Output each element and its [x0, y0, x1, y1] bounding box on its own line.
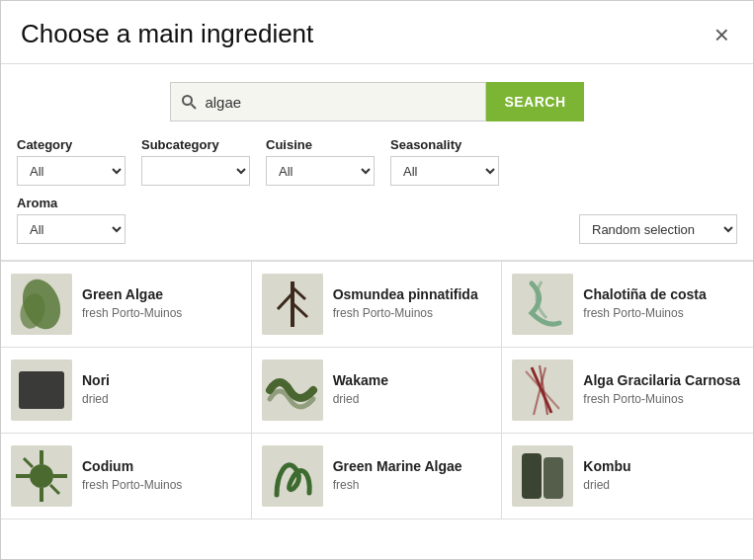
item-meta: fresh Porto-Muinos — [583, 391, 740, 408]
svg-rect-29 — [522, 453, 542, 499]
subcategory-label: Subcategory — [141, 137, 250, 152]
item-meta: dried — [583, 477, 630, 494]
search-input[interactable] — [205, 94, 475, 111]
svg-rect-10 — [512, 274, 573, 335]
close-button[interactable]: × — [711, 22, 733, 47]
item-thumbnail — [11, 445, 72, 507]
list-item[interactable]: Kombudried — [502, 434, 753, 520]
category-filter: Category All — [17, 137, 126, 186]
cuisine-label: Cuisine — [266, 137, 375, 152]
ingredients-grid: Green Algaefresh Porto-Muinos Osmundea p… — [1, 261, 753, 520]
cuisine-select[interactable]: All — [266, 156, 375, 186]
search-icon — [181, 94, 197, 110]
list-item[interactable]: Green Marine Algaefresh — [252, 434, 503, 520]
item-meta: fresh Porto-Muinos — [82, 477, 182, 494]
category-select[interactable]: All — [17, 156, 126, 186]
aroma-filter: Aroma All — [17, 196, 126, 244]
item-thumbnail — [11, 274, 72, 335]
item-name: Codium — [82, 458, 182, 475]
item-thumbnail — [262, 274, 323, 335]
svg-point-20 — [30, 464, 53, 488]
list-item[interactable]: Wakamedried — [252, 348, 503, 434]
item-thumbnail — [11, 360, 72, 421]
item-info: Osmundea pinnatifidafresh Porto-Muinos — [333, 286, 478, 322]
filter-row-2: Aroma All Random selection — [17, 196, 737, 244]
list-item[interactable]: Chalotiña de costafresh Porto-Muinos — [502, 262, 753, 348]
search-wrapper — [170, 82, 486, 121]
item-name: Green Algae — [82, 286, 182, 303]
seasonality-label: Seasonality — [390, 137, 499, 152]
item-info: Codiumfresh Porto-Muinos — [82, 458, 182, 494]
item-info: Noridried — [82, 372, 110, 408]
list-item[interactable]: Alga Gracilaria Carnosafresh Porto-Muino… — [502, 348, 753, 434]
item-name: Green Marine Algae — [333, 458, 462, 475]
dialog: Choose a main ingredient × SEARCH Catego… — [0, 0, 754, 560]
random-selection-wrapper: Random selection — [579, 214, 737, 244]
item-meta: dried — [333, 391, 388, 408]
item-info: Wakamedried — [333, 372, 388, 408]
item-info: Alga Gracilaria Carnosafresh Porto-Muino… — [583, 372, 740, 408]
item-meta: fresh Porto-Muinos — [82, 305, 182, 322]
search-area: SEARCH — [1, 64, 753, 137]
category-label: Category — [17, 137, 126, 152]
list-item[interactable]: Osmundea pinnatifidafresh Porto-Muinos — [252, 262, 503, 348]
item-info: Kombudried — [583, 458, 630, 494]
filters-panel: Category All Subcategory Cuisine All Sea… — [1, 137, 753, 261]
list-item[interactable]: Noridried — [1, 348, 252, 434]
item-name: Chalotiña de costa — [583, 286, 706, 303]
list-item[interactable]: Codiumfresh Porto-Muinos — [1, 434, 252, 520]
subcategory-select[interactable] — [141, 156, 250, 186]
item-name: Kombu — [583, 458, 630, 475]
item-thumbnail — [262, 445, 323, 507]
seasonality-filter: Seasonality All — [390, 137, 499, 186]
item-info: Green Marine Algaefresh — [333, 458, 462, 494]
item-meta: fresh Porto-Muinos — [583, 305, 706, 322]
list-item[interactable]: Green Algaefresh Porto-Muinos — [1, 262, 252, 348]
dialog-header: Choose a main ingredient × — [1, 1, 753, 64]
item-name: Osmundea pinnatifida — [333, 286, 478, 303]
item-name: Wakame — [333, 372, 388, 389]
item-thumbnail — [262, 360, 323, 421]
dialog-title: Choose a main ingredient — [21, 19, 313, 49]
random-selection-select[interactable]: Random selection — [579, 214, 737, 244]
filter-row-1: Category All Subcategory Cuisine All Sea… — [17, 137, 737, 186]
svg-rect-12 — [19, 371, 64, 409]
item-meta: fresh Porto-Muinos — [333, 305, 478, 322]
svg-rect-30 — [544, 457, 563, 499]
cuisine-filter: Cuisine All — [266, 137, 375, 186]
svg-point-0 — [183, 96, 192, 105]
aroma-select[interactable]: All — [17, 214, 126, 244]
svg-line-1 — [192, 105, 197, 110]
item-thumbnail — [512, 360, 573, 421]
item-info: Green Algaefresh Porto-Muinos — [82, 286, 182, 322]
item-thumbnail — [512, 274, 573, 335]
svg-rect-28 — [512, 445, 573, 507]
seasonality-select[interactable]: All — [390, 156, 499, 186]
item-meta: dried — [82, 391, 110, 408]
item-name: Nori — [82, 372, 110, 389]
aroma-label: Aroma — [17, 196, 126, 210]
subcategory-filter: Subcategory — [141, 137, 250, 186]
search-button[interactable]: SEARCH — [486, 82, 583, 121]
item-thumbnail — [512, 445, 573, 507]
item-name: Alga Gracilaria Carnosa — [583, 372, 740, 389]
item-info: Chalotiña de costafresh Porto-Muinos — [583, 286, 706, 322]
item-meta: fresh — [333, 477, 462, 494]
